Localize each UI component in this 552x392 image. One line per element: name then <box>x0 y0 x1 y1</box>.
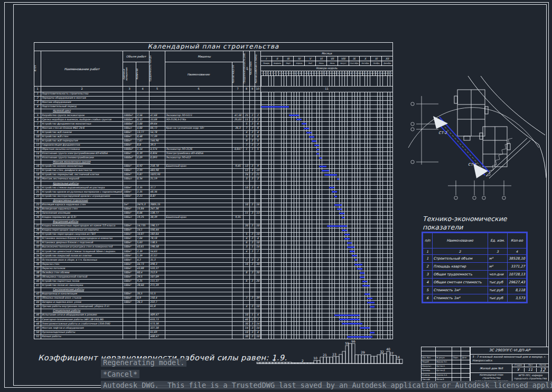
table-cell: 0,48 <box>136 135 149 139</box>
gantt-bar[interactable] <box>370 332 375 333</box>
gantt-bar[interactable] <box>370 306 375 308</box>
table-cell <box>232 258 244 262</box>
gantt-bar[interactable] <box>347 336 372 338</box>
cmdline-trusteddwg[interactable]: Autodesk DWG. This file is a TrustedDWG … <box>101 381 552 389</box>
table-cell: 0,834 <box>149 152 165 156</box>
gantt-bar[interactable] <box>332 191 337 193</box>
table-cell: 3 <box>34 101 41 104</box>
gantt-bar[interactable] <box>304 128 309 129</box>
table-cell: 30 <box>244 322 250 326</box>
gantt-bar[interactable] <box>329 187 334 188</box>
gantt-bar[interactable] <box>334 314 360 316</box>
table-cell <box>123 199 136 203</box>
table-cell: 10,87 <box>136 233 149 236</box>
table-cell <box>123 288 136 292</box>
gantt-bar[interactable] <box>334 204 342 206</box>
gantt-bar[interactable] <box>342 217 344 218</box>
tep-cell: м³ <box>488 255 507 263</box>
table-cell <box>165 309 232 313</box>
gantt-bar[interactable] <box>327 225 347 227</box>
gantt-bar[interactable] <box>362 281 368 282</box>
gantt-bar[interactable] <box>337 208 342 210</box>
table-cell <box>165 258 232 262</box>
table-cell: 10 <box>255 233 261 236</box>
table-cell <box>250 288 255 292</box>
autocad-drawing-canvas[interactable]: Календарный план строительства №п/п Наим… <box>0 0 552 392</box>
gantt-bar[interactable] <box>306 132 312 133</box>
gantt-bar[interactable] <box>302 123 307 125</box>
table-cell <box>250 207 255 211</box>
gantt-bar[interactable] <box>316 153 319 155</box>
gantt-bar[interactable] <box>354 259 357 261</box>
table-row: 13Обратная засыпка котлована1000м³1,144,… <box>34 148 392 152</box>
table-cell <box>232 318 244 321</box>
gantt-bar[interactable] <box>334 196 337 197</box>
table-row: 28Кладка перегородок кирпичных из кирпич… <box>34 228 392 233</box>
gantt-bar[interactable] <box>360 276 365 278</box>
table-cell: Специальные работы <box>41 309 123 313</box>
gantt-bar[interactable] <box>367 302 375 303</box>
gantt-bar[interactable] <box>312 140 317 142</box>
table-cell: 100м² <box>123 254 136 257</box>
section-row: Сантехнические работы <box>34 288 392 292</box>
table-cell: 9 <box>244 139 250 143</box>
table-cell: 6 <box>255 127 261 130</box>
gantt-bar[interactable] <box>347 246 354 248</box>
tep-colnum-cell: 4 <box>507 248 526 255</box>
table-cell: Устройство фундаментов монолитных <box>41 122 123 126</box>
gantt-bar[interactable] <box>357 268 362 270</box>
gantt-bar[interactable] <box>296 119 302 120</box>
table-cell <box>255 228 261 232</box>
table-cell: 20 <box>34 186 41 189</box>
gantt-bar[interactable] <box>324 174 337 176</box>
gantt-bar[interactable] <box>362 285 370 286</box>
gantt-bar[interactable] <box>364 293 370 295</box>
table-cell: Устройство покрытий полов из плитки <box>41 254 123 257</box>
gantt-bar[interactable] <box>347 242 352 244</box>
table-cell <box>165 335 232 339</box>
gantt-bar[interactable] <box>337 178 340 180</box>
table-cell <box>165 181 232 185</box>
table-row: 29Устройство перегородок санузлов из ГВЛ… <box>34 233 392 237</box>
gantt-bar[interactable] <box>322 170 329 171</box>
gantt-bar[interactable] <box>360 327 370 329</box>
gantt-bar[interactable] <box>319 157 322 159</box>
gantt-bar[interactable] <box>314 145 320 146</box>
gantt-bar[interactable] <box>319 166 326 167</box>
gantt-bar[interactable] <box>344 234 350 235</box>
table-cell: 2,35 <box>136 186 149 189</box>
gantt-bar[interactable] <box>367 298 372 299</box>
table-cell: 24 <box>244 173 250 177</box>
table-cell <box>165 267 232 271</box>
month-cell: VМай <box>305 56 316 65</box>
table-cell <box>255 92 261 96</box>
table-cell: 10 <box>244 203 250 207</box>
gantt-bar[interactable] <box>342 323 362 324</box>
gantt-bar[interactable] <box>350 251 355 252</box>
table-cell <box>244 220 250 224</box>
gantt-bar[interactable] <box>352 255 357 256</box>
gantt-cell <box>261 165 392 168</box>
table-cell: 3 <box>250 331 255 334</box>
table-cell: 0,32 <box>136 118 149 121</box>
table-cell: Передача оборудования в монтаж <box>41 97 123 100</box>
gantt-cell <box>261 97 392 100</box>
gantt-bar[interactable] <box>309 136 314 138</box>
table-cell: Уплотнение грунта пневмотрамбовками <box>41 156 123 160</box>
table-cell: 7 <box>244 258 250 262</box>
table-cell: 10 <box>34 135 41 139</box>
table-cell <box>250 275 255 279</box>
table-cell: 20 <box>255 271 261 275</box>
gantt-cell <box>261 212 392 215</box>
gantt-bar[interactable] <box>342 230 347 231</box>
table-cell: 2 <box>250 233 255 236</box>
gantt-bar[interactable] <box>339 213 344 214</box>
gantt-bar[interactable] <box>344 238 350 240</box>
table-cell: 50 <box>34 331 41 334</box>
gantt-bar[interactable] <box>261 106 289 108</box>
gantt-bar[interactable] <box>339 319 359 320</box>
gantt-bar[interactable] <box>354 264 362 265</box>
gantt-bar[interactable] <box>289 114 299 116</box>
gantt-bar[interactable] <box>316 149 319 150</box>
gantt-bar[interactable] <box>360 272 365 274</box>
